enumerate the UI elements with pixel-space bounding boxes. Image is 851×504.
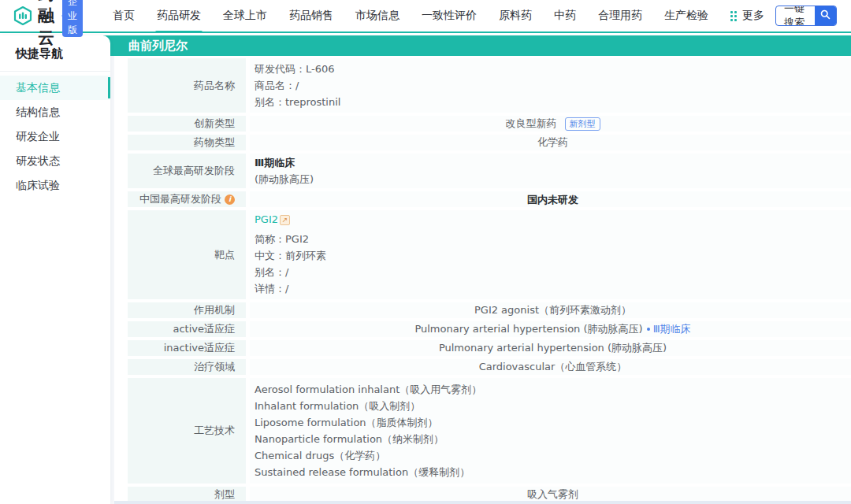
field-label: 创新类型 [194, 117, 235, 131]
drug-name-title: 曲前列尼尔 [128, 39, 188, 54]
row-drug-type: 药物类型 化学药 [128, 135, 851, 150]
row-china-highest-stage: 中国最高研发阶段 i 国内未研发 [128, 191, 851, 207]
technology-item: Liposome formulation（脂质体制剂） [255, 414, 851, 431]
row-therapeutic-area: 治疗领域 Cardiovascular（心血管系统） [128, 359, 851, 375]
field-label: 药物类型 [194, 135, 235, 150]
global-stage-value: Ⅲ期临床 [255, 154, 851, 171]
app-logo[interactable]: 药融云 企业版 [13, 0, 83, 49]
nav-item-api[interactable]: 原料药 [488, 0, 543, 32]
nav-item-drug-rd[interactable]: 药品研发 [146, 0, 212, 32]
row-active-indication: active适应症 Pulmonary arterial hypertensio… [128, 321, 851, 337]
field-label: active适应症 [173, 322, 235, 336]
drug-type-value: 化学药 [537, 135, 568, 150]
field-label: 剂型 [214, 487, 235, 502]
nav-item-global-launch[interactable]: 全球上市 [212, 0, 278, 32]
field-label: 作用机制 [194, 303, 235, 317]
field-label: inactive适应症 [164, 341, 235, 355]
sidebar-item-structure-info[interactable]: 结构信息 [0, 100, 110, 124]
more-label: 更多 [742, 9, 764, 23]
global-stage-indication: (肺动脉高压) [255, 171, 851, 187]
field-label: 靶点 [214, 248, 235, 262]
field-label: 中国最高研发阶段 [139, 192, 221, 206]
alias-value: 别名：treprostinil [255, 94, 851, 110]
row-technology: 工艺技术 Aerosol formulation inhalant（吸入用气雾剂… [128, 378, 851, 484]
sidebar-item-rd-company[interactable]: 研发企业 [0, 124, 110, 149]
technology-item: Chemical drugs（化学药） [255, 447, 851, 464]
logo-icon [13, 6, 33, 26]
row-global-highest-stage: 全球最高研发阶段 Ⅲ期临床 (肺动脉高压) [128, 154, 851, 188]
row-inactive-indication: inactive适应症 Pulmonary arterial hypertens… [128, 340, 851, 356]
row-drug-name: 药品名称 研发代码：L-606 商品名：/ 别名：treprostinil [128, 58, 851, 113]
enterprise-edition-badge: 企业版 [62, 0, 83, 37]
nav-item-more[interactable]: 更多 [719, 0, 775, 32]
info-icon[interactable]: i [225, 195, 235, 205]
nav-item-tcm[interactable]: 中药 [543, 0, 587, 32]
field-label: 治疗领域 [194, 360, 235, 374]
inactive-indication-value: Pulmonary arterial hypertension (肺动脉高压) [439, 341, 667, 355]
bullet-dot [647, 328, 650, 331]
field-label: 药品名称 [194, 79, 235, 93]
trade-name-value: 商品名：/ [255, 77, 851, 94]
technology-item: Sustained release formulation（缓释制剂） [255, 464, 851, 480]
sidebar-item-basic-info[interactable]: 基本信息 [0, 76, 110, 100]
field-label: 工艺技术 [194, 424, 235, 438]
sidebar-item-clinical-trials[interactable]: 临床试验 [0, 173, 110, 198]
target-abbr: 简称：PGI2 [255, 231, 851, 247]
innovation-type-value: 改良型新药 [506, 117, 557, 131]
nav-item-home[interactable]: 首页 [102, 0, 146, 32]
dosage-form-value: 吸入气雾剂 [527, 487, 578, 502]
logo-text: 药融云 [38, 0, 55, 49]
row-mechanism: 作用机制 PGI2 agonist（前列环素激动剂） [128, 302, 851, 318]
active-indication-value: Pulmonary arterial hypertension (肺动脉高压) [414, 322, 642, 336]
nav-item-production-inspection[interactable]: 生产检验 [653, 0, 719, 32]
apps-grid-icon [730, 11, 737, 21]
search-icon [819, 9, 831, 23]
target-detail: 详情：/ [255, 280, 851, 297]
external-link-icon[interactable]: ↗ [280, 215, 290, 225]
drug-title-bar: 曲前列尼尔 [114, 35, 851, 56]
new-formulation-badge[interactable]: 新剂型 [565, 117, 600, 131]
rd-code-value: 研发代码：L-606 [255, 61, 851, 77]
nav-right-tools: 一键搜索 VIP ✓ [775, 5, 851, 28]
row-innovation-type: 创新类型 改良型新药 新剂型 [128, 116, 851, 132]
quick-search-box[interactable]: 一键搜索 [775, 6, 837, 26]
target-link[interactable]: PGI2 [255, 213, 278, 227]
nav-item-rational-use[interactable]: 合理用药 [587, 0, 653, 32]
nav-item-drug-sales[interactable]: 药品销售 [278, 0, 344, 32]
therapeutic-area-value: Cardiovascular（心血管系统） [479, 360, 627, 374]
nav-item-consistency-evaluation[interactable]: 一致性评价 [411, 0, 488, 32]
china-stage-value: 国内未研发 [527, 191, 578, 208]
drug-detail-main: 曲前列尼尔 药品名称 研发代码：L-606 商品名：/ 别名：treprosti… [114, 35, 851, 502]
target-alias: 别名：/ [255, 264, 851, 280]
drug-detail-table: 药品名称 研发代码：L-606 商品名：/ 别名：treprostinil 创新… [128, 58, 851, 502]
sidebar-item-rd-status[interactable]: 研发状态 [0, 149, 110, 173]
page-bottom-strip [114, 501, 851, 504]
quick-nav-sidebar: 快捷导航 基本信息 结构信息 研发企业 研发状态 临床试验 [0, 35, 110, 504]
target-chinese: 中文：前列环素 [255, 247, 851, 264]
technology-item: Nanoparticle formulation（纳米制剂） [255, 431, 851, 447]
row-dosage-form: 剂型 吸入气雾剂 [128, 487, 851, 502]
field-label: 全球最高研发阶段 [153, 164, 235, 178]
quick-search-label: 一键搜索 [776, 6, 815, 25]
row-target: 靶点 PGI2 ↗ 简称：PGI2 中文：前列环素 别名：/ 详情：/ [128, 210, 851, 299]
technology-item: Inhalant formulation（吸入制剂） [255, 398, 851, 414]
mechanism-value: PGI2 agonist（前列环素激动剂） [474, 303, 631, 317]
search-button[interactable] [815, 6, 836, 25]
indication-stage-link[interactable]: Ⅲ期临床 [647, 322, 691, 336]
nav-item-market-info[interactable]: 市场信息 [344, 0, 411, 32]
top-navigation: 药融云 企业版 首页 药品研发 全球上市 药品销售 市场信息 一致性评价 原料药… [0, 0, 851, 33]
main-menu: 首页 药品研发 全球上市 药品销售 市场信息 一致性评价 原料药 中药 合理用药… [102, 0, 775, 32]
technology-item: Aerosol formulation inhalant（吸入用气雾剂） [255, 381, 851, 398]
